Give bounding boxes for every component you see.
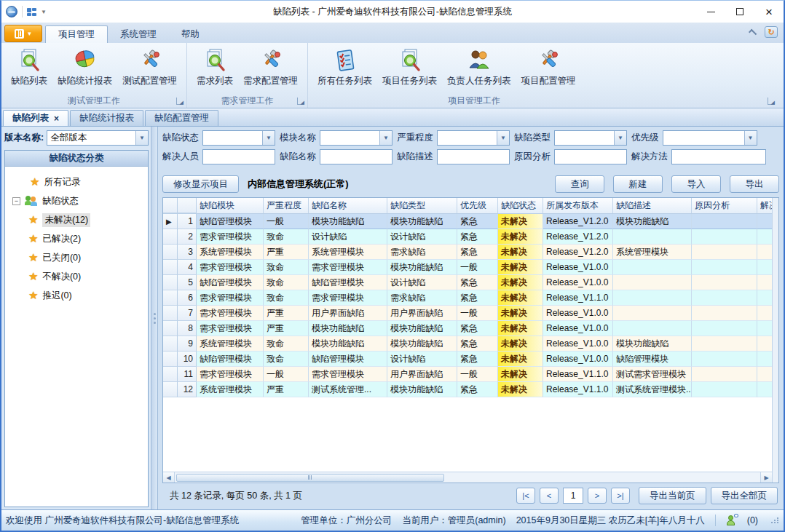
row-indicator[interactable]: ▶ bbox=[163, 214, 178, 229]
column-header[interactable]: 解决 bbox=[757, 198, 772, 213]
sidebar-splitter[interactable] bbox=[151, 127, 158, 509]
doc-tab-defect-config[interactable]: 缺陷配置管理 bbox=[145, 110, 218, 126]
row-number[interactable]: 11 bbox=[178, 367, 197, 382]
row-indicator[interactable] bbox=[163, 367, 178, 382]
row-number[interactable]: 4 bbox=[178, 260, 197, 275]
table-row[interactable]: 5缺陷管理模块致命缺陷管理模块设计缺陷紧急未解决Release_V1.0.0 bbox=[163, 275, 772, 290]
row-number[interactable]: 1 bbox=[178, 214, 197, 229]
filter-module-select[interactable]: ▼ bbox=[320, 130, 392, 146]
table-row[interactable]: 8需求管理模块严重模块功能缺陷模块功能缺陷紧急未解决Release_V1.0.0 bbox=[163, 321, 772, 336]
chevron-down-icon[interactable]: ▼ bbox=[744, 131, 757, 145]
row-number[interactable]: 10 bbox=[178, 352, 197, 367]
ribbon-button-project-tasks[interactable]: 项目任务列表 bbox=[379, 46, 441, 89]
import-button[interactable]: 导入 bbox=[671, 175, 721, 193]
row-indicator[interactable] bbox=[163, 245, 178, 260]
filter-defect-status-select[interactable]: ▼ bbox=[202, 130, 275, 146]
row-number[interactable]: 7 bbox=[178, 306, 197, 321]
ribbon-button-defect-report[interactable]: 缺陷统计报表 bbox=[54, 46, 116, 89]
row-number[interactable]: 5 bbox=[178, 275, 197, 290]
filter-resolver-input[interactable] bbox=[202, 149, 275, 164]
column-header[interactable]: 所属发布版本 bbox=[543, 198, 613, 213]
chevron-down-icon[interactable]: ▼ bbox=[614, 131, 626, 145]
filter-type-select[interactable]: ▼ bbox=[554, 130, 627, 146]
search-button[interactable]: 查询 bbox=[555, 175, 604, 193]
application-menu-button[interactable]: ▼ bbox=[4, 25, 42, 42]
export-button[interactable]: 导出 bbox=[730, 175, 779, 193]
ribbon-tab-system[interactable]: 系统管理 bbox=[108, 25, 169, 43]
vertical-scrollbar[interactable] bbox=[772, 198, 778, 483]
close-button[interactable]: × bbox=[754, 1, 784, 23]
export-current-page-button[interactable]: 导出当前页 bbox=[639, 487, 706, 504]
chevron-down-icon[interactable]: ▼ bbox=[379, 131, 392, 145]
ribbon-button-defect-list[interactable]: 缺陷列表 bbox=[7, 46, 51, 89]
tab-close-icon[interactable]: × bbox=[54, 114, 59, 124]
ribbon-tab-project[interactable]: 项目管理 bbox=[45, 25, 108, 43]
column-header[interactable]: 原因分析 bbox=[692, 198, 757, 213]
row-indicator[interactable] bbox=[163, 306, 178, 321]
ribbon-button-project-config[interactable]: 项目配置管理 bbox=[518, 46, 580, 89]
chevron-down-icon[interactable]: ▼ bbox=[262, 131, 275, 145]
new-button[interactable]: 新建 bbox=[613, 175, 663, 193]
column-header[interactable]: 缺陷模块 bbox=[197, 198, 264, 213]
table-row[interactable]: 4需求管理模块致命需求管理模块模块功能缺陷一般未解决Release_V1.0.0 bbox=[163, 260, 772, 275]
filter-name-input[interactable] bbox=[320, 149, 392, 164]
tree-item-all-records[interactable]: ★ 所有记录 bbox=[12, 172, 145, 191]
row-number[interactable]: 3 bbox=[178, 245, 197, 260]
doc-tab-defect-list[interactable]: 缺陷列表 × bbox=[3, 110, 68, 126]
doc-tab-defect-report[interactable]: 缺陷统计报表 bbox=[70, 110, 143, 126]
table-row[interactable]: 10缺陷管理模块致命缺陷管理模块设计缺陷紧急未解决Release_V1.0.0缺… bbox=[163, 352, 772, 367]
horizontal-scrollbar[interactable]: ◀ ▶ bbox=[163, 472, 772, 483]
row-indicator[interactable] bbox=[163, 336, 178, 352]
row-number[interactable]: 6 bbox=[178, 290, 197, 306]
tree-collapse-icon[interactable]: − bbox=[12, 197, 20, 205]
table-row[interactable]: 11需求管理模块一般需求管理模块用户界面缺陷一般未解决Release_V1.1.… bbox=[163, 367, 772, 382]
ribbon-button-test-config[interactable]: 测试配置管理 bbox=[119, 46, 181, 89]
filter-severity-select[interactable]: ▼ bbox=[437, 130, 510, 146]
table-row[interactable]: ▶1缺陷管理模块一般模块功能缺陷模块功能缺陷紧急未解决Release_V1.2.… bbox=[163, 214, 772, 229]
row-indicator[interactable] bbox=[163, 275, 178, 290]
filter-priority-select[interactable]: ▼ bbox=[663, 130, 757, 146]
tree-item-defect-status[interactable]: − 缺陷状态 bbox=[12, 191, 145, 210]
chevron-down-icon[interactable]: ▼ bbox=[497, 131, 509, 145]
user-message-icon[interactable] bbox=[726, 515, 737, 526]
table-row[interactable]: 2需求管理模块致命设计缺陷设计缺陷紧急未解决Release_V1.2.0 bbox=[163, 229, 772, 245]
table-row[interactable]: 9系统管理模块致命模块功能缺陷模块功能缺陷紧急未解决Release_V1.0.0… bbox=[163, 336, 772, 352]
column-header[interactable]: 缺陷状态 bbox=[498, 198, 543, 213]
table-row[interactable]: 6需求管理模块致命需求管理模块需求缺陷紧急未解决Release_V1.1.0 bbox=[163, 290, 772, 306]
column-header[interactable]: 缺陷名称 bbox=[309, 198, 387, 213]
filter-description-input[interactable] bbox=[437, 149, 510, 164]
table-row[interactable]: 3系统管理模块严重系统管理模块需求缺陷紧急未解决Release_V1.2.0系统… bbox=[163, 245, 772, 260]
version-select[interactable]: 全部版本 ▼ bbox=[47, 130, 149, 146]
tree-item-postponed[interactable]: ★ 推迟(0) bbox=[12, 286, 145, 305]
tree-item-resolved[interactable]: ★ 已解决(2) bbox=[12, 229, 145, 248]
export-all-pages-button[interactable]: 导出全部页 bbox=[711, 487, 778, 504]
page-number-input[interactable] bbox=[563, 488, 583, 504]
dialog-launcher-icon[interactable]: ◢ bbox=[768, 98, 775, 105]
row-indicator[interactable] bbox=[163, 352, 178, 367]
column-header[interactable]: 严重程度 bbox=[264, 198, 309, 213]
dialog-launcher-icon[interactable]: ◢ bbox=[297, 98, 304, 105]
maximize-button[interactable] bbox=[725, 1, 754, 23]
column-header[interactable]: 优先级 bbox=[457, 198, 498, 213]
row-number[interactable]: 9 bbox=[178, 336, 197, 352]
tree-item-wontfix[interactable]: ★ 不解决(0) bbox=[12, 267, 145, 286]
ribbon-button-all-tasks[interactable]: 所有任务列表 bbox=[314, 46, 376, 89]
row-indicator[interactable] bbox=[163, 229, 178, 245]
table-row[interactable]: 7需求管理模块严重用户界面缺陷用户界面缺陷一般未解决Release_V1.0.0 bbox=[163, 306, 772, 321]
column-header[interactable]: 缺陷描述 bbox=[613, 198, 692, 213]
last-page-button[interactable]: >| bbox=[611, 488, 630, 504]
ribbon-button-req-config[interactable]: 需求配置管理 bbox=[240, 46, 301, 89]
dialog-launcher-icon[interactable]: ◢ bbox=[176, 98, 184, 105]
first-page-button[interactable]: |< bbox=[516, 488, 535, 504]
row-indicator[interactable] bbox=[163, 290, 178, 306]
ribbon-button-owner-tasks[interactable]: 负责人任务列表 bbox=[443, 46, 515, 89]
tree-item-closed[interactable]: ★ 已关闭(0) bbox=[12, 248, 145, 267]
filter-cause-input[interactable] bbox=[554, 149, 627, 164]
column-header[interactable]: 缺陷类型 bbox=[387, 198, 457, 213]
row-number[interactable]: 12 bbox=[178, 382, 197, 397]
ribbon-button-req-list[interactable]: 需求列表 bbox=[193, 46, 237, 89]
row-number[interactable]: 2 bbox=[178, 229, 197, 245]
chevron-down-icon[interactable]: ▼ bbox=[135, 131, 148, 145]
prev-page-button[interactable]: < bbox=[540, 488, 559, 504]
resize-grip[interactable] bbox=[771, 517, 779, 523]
